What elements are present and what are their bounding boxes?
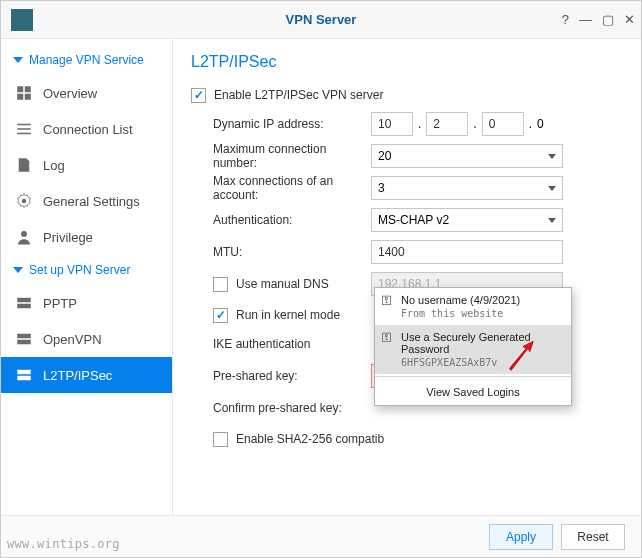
main-panel: L2TP/IPSec Enable L2TP/IPSec VPN server …	[173, 39, 641, 517]
svg-rect-0	[17, 86, 23, 92]
max-conn-label: Maximum connection number:	[213, 142, 371, 170]
sha256-checkbox[interactable]	[213, 432, 228, 447]
sidebar-item-log[interactable]: Log	[1, 147, 172, 183]
svg-rect-12	[17, 340, 31, 345]
app-icon	[11, 9, 33, 31]
key-icon: ⚿	[381, 294, 392, 306]
enable-checkbox[interactable]	[191, 88, 206, 103]
dot: .	[414, 117, 425, 131]
sidebar-item-openvpn[interactable]: OpenVPN	[1, 321, 172, 357]
sidebar-item-label: PPTP	[43, 296, 77, 311]
psk-confirm-label: Confirm pre-shared key:	[213, 401, 371, 415]
auth-select[interactable]: MS-CHAP v2	[371, 208, 563, 232]
close-icon[interactable]: ✕	[624, 12, 635, 27]
mtu-label: MTU:	[213, 245, 371, 259]
svg-rect-4	[17, 124, 31, 126]
sidebar-item-label: L2TP/IPSec	[43, 368, 112, 383]
svg-rect-6	[17, 133, 31, 135]
user-icon	[15, 228, 33, 246]
log-icon	[15, 156, 33, 174]
maximize-icon[interactable]: ▢	[602, 12, 614, 27]
password-suggestion-popup: ⚿ No username (4/9/2021) From this websi…	[374, 287, 572, 406]
dynamic-ip-inputs: . . . 0	[371, 112, 544, 136]
auth-label: Authentication:	[213, 213, 371, 227]
reset-button[interactable]: Reset	[561, 524, 625, 550]
key-icon: ⚿	[381, 331, 392, 343]
sidebar-section-setup[interactable]: Set up VPN Server	[1, 255, 172, 285]
max-conn-select[interactable]: 20	[371, 144, 563, 168]
window-title: VPN Server	[286, 12, 357, 27]
caret-down-icon	[548, 186, 556, 191]
chevron-down-icon	[13, 57, 23, 63]
manual-dns-label: Use manual DNS	[236, 277, 371, 291]
svg-rect-13	[17, 370, 31, 375]
svg-rect-3	[25, 94, 31, 100]
separator	[375, 376, 571, 377]
svg-rect-2	[17, 94, 23, 100]
svg-rect-9	[17, 298, 31, 303]
sidebar-item-privilege[interactable]: Privilege	[1, 219, 172, 255]
svg-rect-10	[17, 304, 31, 309]
sidebar-item-label: Overview	[43, 86, 97, 101]
enable-label: Enable L2TP/IPSec VPN server	[214, 88, 383, 102]
svg-point-8	[21, 231, 27, 237]
select-value: 20	[378, 149, 391, 163]
ip-b-input[interactable]	[426, 112, 468, 136]
sidebar-item-general-settings[interactable]: General Settings	[1, 183, 172, 219]
title-bar: VPN Server ? — ▢ ✕	[1, 1, 641, 39]
ike-auth-label: IKE authentication	[213, 337, 371, 351]
gear-icon	[15, 192, 33, 210]
list-icon	[15, 120, 33, 138]
dot: .	[525, 117, 536, 131]
sidebar-section-manage[interactable]: Manage VPN Service	[1, 45, 172, 75]
sidebar-item-l2tp[interactable]: L2TP/IPSec	[1, 357, 172, 393]
minimize-icon[interactable]: —	[579, 12, 592, 27]
kernel-mode-checkbox[interactable]	[213, 308, 228, 323]
sidebar-section-label: Set up VPN Server	[29, 263, 130, 277]
svg-rect-5	[17, 128, 31, 130]
page-title: L2TP/IPSec	[191, 53, 623, 71]
popup-item-generate-password[interactable]: ⚿ Use a Securely Generated Password 6HFS…	[375, 325, 571, 374]
overview-icon	[15, 84, 33, 102]
manual-dns-checkbox[interactable]	[213, 277, 228, 292]
server-icon	[15, 366, 33, 384]
caret-down-icon	[548, 218, 556, 223]
mtu-input[interactable]	[371, 240, 563, 264]
server-icon	[15, 330, 33, 348]
ip-d-static: 0	[537, 117, 544, 131]
select-value: MS-CHAP v2	[378, 213, 449, 227]
apply-button[interactable]: Apply	[489, 524, 553, 550]
svg-point-7	[22, 199, 27, 204]
sidebar-item-overview[interactable]: Overview	[1, 75, 172, 111]
cursor-annotation-icon	[506, 338, 540, 375]
max-acct-label: Max connections of an account:	[213, 174, 371, 202]
sidebar-item-connection-list[interactable]: Connection List	[1, 111, 172, 147]
sidebar-item-label: Connection List	[43, 122, 133, 137]
popup-view-saved-logins[interactable]: View Saved Logins	[375, 379, 571, 405]
sidebar-item-label: Log	[43, 158, 65, 173]
svg-rect-11	[17, 334, 31, 339]
popup-item-sub: From this website	[401, 308, 561, 319]
sidebar-item-label: OpenVPN	[43, 332, 102, 347]
ip-a-input[interactable]	[371, 112, 413, 136]
svg-rect-1	[25, 86, 31, 92]
sha256-label: Enable SHA2-256 compatib	[236, 432, 384, 446]
server-icon	[15, 294, 33, 312]
svg-rect-14	[17, 376, 31, 381]
max-acct-select[interactable]: 3	[371, 176, 563, 200]
popup-item-saved-login[interactable]: ⚿ No username (4/9/2021) From this websi…	[375, 288, 571, 325]
select-value: 3	[378, 181, 385, 195]
sidebar-section-label: Manage VPN Service	[29, 53, 144, 67]
chevron-down-icon	[13, 267, 23, 273]
ip-c-input[interactable]	[482, 112, 524, 136]
watermark: www.wintips.org	[7, 537, 120, 551]
help-icon[interactable]: ?	[562, 12, 569, 27]
dot: .	[469, 117, 480, 131]
caret-down-icon	[548, 154, 556, 159]
sidebar-item-pptp[interactable]: PPTP	[1, 285, 172, 321]
sidebar: Manage VPN Service Overview Connection L…	[1, 39, 173, 517]
psk-label: Pre-shared key:	[213, 369, 371, 383]
dynamic-ip-label: Dynamic IP address:	[213, 117, 371, 131]
kernel-mode-label: Run in kernel mode	[236, 308, 340, 322]
sidebar-item-label: Privilege	[43, 230, 93, 245]
